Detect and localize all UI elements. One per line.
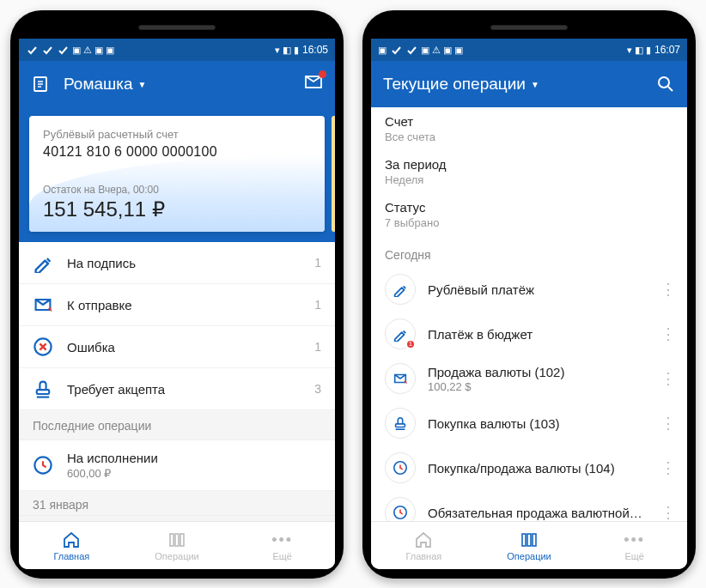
nav-home[interactable]: Главная — [371, 522, 477, 569]
home-icon — [62, 530, 81, 549]
phone-speaker — [138, 25, 216, 30]
status-bar: ▣ ⚠ ▣ ▣ ▾ ◧ ▮ 16:05 — [19, 39, 335, 61]
operations-selector[interactable]: Текущие операции ▼ — [383, 75, 642, 94]
filter-account[interactable]: Счет Все счета — [371, 107, 687, 150]
main-content: Рублёвый расчетный счет 40121 810 6 0000… — [19, 107, 335, 521]
nav-operations[interactable]: Операции — [125, 522, 230, 569]
chevron-down-icon: ▼ — [138, 80, 147, 89]
status-time: 16:07 — [654, 44, 680, 56]
sign-icon: 1 — [385, 318, 416, 349]
send-icon — [33, 294, 53, 315]
status-row-sign[interactable]: На подпись 1 — [19, 242, 335, 284]
status-icons-left: ▣ ▣ ⚠ ▣ ▣ — [378, 44, 463, 56]
status-icons-right: ▾ ◧ ▮ 16:07 — [627, 44, 680, 56]
company-selector[interactable]: Ромашка ▼ — [64, 75, 290, 94]
home-icon — [414, 530, 433, 549]
account-card[interactable]: Рублёвый расчетный счет 40121 810 6 0000… — [29, 116, 325, 232]
op-row[interactable]: Рублёвый платёж ⋮ — [371, 267, 687, 312]
account-card-area: Рублёвый расчетный счет 40121 810 6 0000… — [19, 107, 335, 242]
appbar-title-text: Текущие операции — [383, 75, 526, 94]
status-time: 16:05 — [302, 44, 328, 56]
more-icon: ••• — [271, 530, 293, 549]
nav-home[interactable]: Главная — [19, 522, 125, 569]
operations-icon — [520, 530, 539, 549]
recent-ops-header: Последние операции — [19, 410, 335, 440]
operations-icon — [167, 530, 186, 549]
phone-left: ▣ ⚠ ▣ ▣ ▾ ◧ ▮ 16:05 Ромашка ▼ Рублёвый р… — [10, 10, 344, 579]
app-bar: Ромашка ▼ — [19, 61, 335, 107]
status-bar: ▣ ▣ ⚠ ▣ ▣ ▾ ◧ ▮ 16:07 — [371, 39, 687, 61]
filter-status[interactable]: Статус 7 выбрано — [371, 193, 687, 236]
recent-op-row[interactable]: На исполнении 600,00 ₽ — [19, 440, 335, 491]
chevron-down-icon: ▼ — [531, 80, 539, 89]
screen-left: ▣ ⚠ ▣ ▣ ▾ ◧ ▮ 16:05 Ромашка ▼ Рублёвый р… — [19, 39, 335, 569]
badge: 1 — [405, 339, 416, 349]
nav-more[interactable]: ••• Ещё — [229, 522, 335, 569]
stamp-icon — [33, 379, 53, 399]
account-type-label: Рублёвый расчетный счет — [43, 128, 311, 141]
phone-speaker — [490, 25, 568, 30]
next-card-peek[interactable] — [332, 116, 335, 232]
row-menu[interactable]: ⋮ — [656, 369, 680, 388]
row-menu[interactable]: ⋮ — [656, 280, 680, 299]
phone-right: ▣ ▣ ⚠ ▣ ▣ ▾ ◧ ▮ 16:07 Текущие операции ▼… — [362, 10, 696, 579]
balance-value: 151 545,11 ₽ — [43, 197, 311, 221]
op-row[interactable]: Покупка валюты (103) ⋮ — [371, 401, 687, 446]
clock-icon — [33, 455, 53, 476]
company-name: Ромашка — [64, 75, 133, 94]
bottom-nav: Главная Операции ••• Ещё — [19, 521, 335, 569]
app-bar: Текущие операции ▼ — [371, 61, 687, 107]
sign-icon — [385, 274, 416, 305]
op-row[interactable]: Покупка/продажа валюты (104) ⋮ — [371, 446, 687, 490]
op-row[interactable]: 1 Платёж в бюджет ⋮ — [371, 312, 687, 356]
clock-icon — [385, 497, 416, 521]
row-menu[interactable]: ⋮ — [656, 324, 680, 343]
more-icon: ••• — [624, 530, 645, 549]
row-menu[interactable]: ⋮ — [656, 503, 680, 521]
doc-icon[interactable] — [31, 75, 50, 94]
balance-label: Остаток на Вчера, 00:00 — [43, 184, 311, 196]
status-row-error[interactable]: Ошибка 1 — [19, 326, 335, 368]
mail-icon — [304, 73, 323, 92]
nav-operations[interactable]: Операции — [477, 522, 582, 569]
status-row-accept[interactable]: Требует акцепта 3 — [19, 368, 335, 410]
filter-period[interactable]: За период Неделя — [371, 150, 687, 193]
op-row[interactable]: Продажа валюты (102) 100,22 $ ⋮ — [371, 356, 687, 401]
row-menu[interactable]: ⋮ — [656, 458, 680, 477]
op-row[interactable]: Обязательная продажа валютной вы… ⋮ — [371, 490, 687, 521]
status-row-send[interactable]: К отправке 1 — [19, 284, 335, 326]
date-header: 31 января — [19, 491, 335, 516]
row-menu[interactable]: ⋮ — [656, 414, 680, 433]
status-icons-right: ▾ ◧ ▮ 16:05 — [275, 44, 328, 56]
main-content: Счет Все счета За период Неделя Статус 7… — [371, 107, 687, 521]
account-number: 40121 810 6 0000 0000100 — [43, 144, 311, 160]
mail-button[interactable] — [304, 73, 323, 95]
error-icon — [33, 336, 53, 357]
search-button[interactable] — [656, 75, 675, 94]
status-icons-left: ▣ ⚠ ▣ ▣ — [26, 44, 114, 56]
stamp-icon — [385, 408, 416, 439]
section-today: Сегодня — [371, 236, 687, 267]
clock-icon — [385, 452, 416, 483]
bottom-nav: Главная Операции ••• Ещё — [371, 521, 687, 569]
screen-right: ▣ ▣ ⚠ ▣ ▣ ▾ ◧ ▮ 16:07 Текущие операции ▼… — [371, 39, 687, 569]
send-icon — [385, 363, 416, 394]
nav-more[interactable]: ••• Ещё — [581, 522, 687, 569]
sign-icon — [33, 252, 53, 273]
